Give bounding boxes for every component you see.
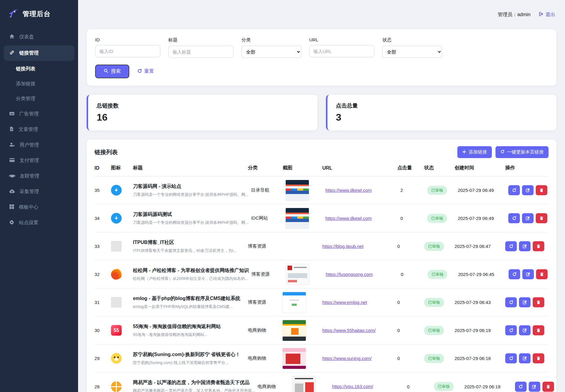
- row-url-link[interactable]: https://www.55haitao.com/: [322, 328, 376, 333]
- row-url-link[interactable]: https://you.163.com/: [332, 384, 373, 389]
- cloud-download-icon: [9, 189, 15, 195]
- row-created: 2025-07-29 06:18: [455, 356, 503, 361]
- sidebar-item-users[interactable]: 用户管理: [0, 137, 78, 153]
- sidebar-item-collect[interactable]: 采集管理: [0, 184, 78, 200]
- delete-link-button[interactable]: [542, 382, 554, 392]
- row-url-cell: https://www.dkewl.com: [325, 188, 398, 193]
- trash-icon: [536, 244, 541, 249]
- sidebar-item-site-settings[interactable]: 站点设置: [0, 215, 78, 231]
- edit-icon: [526, 272, 531, 277]
- edit-icon: [526, 216, 530, 221]
- row-screenshot-cell: [283, 320, 320, 341]
- row-url-link[interactable]: https://lusongsong.com: [326, 272, 373, 277]
- delete-link-button[interactable]: [533, 325, 544, 335]
- delete-link-button[interactable]: [533, 297, 544, 307]
- edit-link-button[interactable]: [522, 213, 534, 223]
- refresh-link-button[interactable]: [505, 353, 517, 363]
- refresh-icon: [518, 384, 523, 389]
- row-title: 松松网 - 卢松松博客 - 为草根创业者提供网络推广知识: [133, 267, 249, 274]
- sidebar-subitem-link-list[interactable]: 链接列表: [0, 62, 78, 76]
- sidebar-subitem-add-link[interactable]: 添加链接: [0, 76, 78, 91]
- row-url-link[interactable]: https://www.suning.com/: [322, 356, 372, 361]
- refresh-link-button[interactable]: [505, 325, 517, 335]
- edit-link-button[interactable]: [519, 297, 531, 307]
- table-body: 35 刀客源码网 - 演示站点 刀客源码是一个专业的网络资源分享平台,提供各种P…: [95, 176, 549, 392]
- status-badge: 已审核: [424, 298, 444, 307]
- table-row: 29 苏宁易购(Suning.com)-换新到苏宁 省钱更省心！ 苏宁易购(Su…: [95, 344, 549, 373]
- edit-link-button[interactable]: [529, 382, 540, 392]
- sidebar-item-dashboard[interactable]: 仪表盘: [0, 29, 78, 45]
- refresh-link-button[interactable]: [508, 213, 520, 223]
- delete-link-button[interactable]: [536, 269, 548, 279]
- delete-link-button[interactable]: [533, 241, 544, 251]
- gear-icon: [9, 220, 14, 226]
- table-row: 31 emlog - 基于php的blog博客程序及CMS建站系统 emlog是…: [95, 288, 549, 316]
- row-url-link[interactable]: https://www.dkewl.com: [325, 216, 372, 221]
- category-select[interactable]: 全部: [241, 46, 301, 58]
- refresh-icon: [509, 300, 513, 305]
- add-link-button[interactable]: 添加链接: [457, 146, 492, 158]
- row-status-cell: 已审核: [424, 298, 452, 307]
- row-category: 电商购物: [248, 355, 280, 361]
- row-description: emlog是一款基于PHP和MySQL的轻量级博客及CMS建...: [133, 304, 245, 309]
- sidebar-item-ads[interactable]: Ad 广告管理: [0, 106, 78, 122]
- col-screenshot: 截图: [283, 165, 320, 171]
- sidebar-subitem-category-manage[interactable]: 分类管理: [0, 91, 78, 106]
- ad-icon: Ad: [9, 111, 15, 117]
- app-title: 管理后台: [23, 9, 51, 19]
- status-badge: 已审核: [424, 242, 444, 251]
- row-icon-cell: 55: [111, 325, 131, 336]
- status-select[interactable]: 全部: [382, 46, 442, 58]
- site-favicon: [111, 213, 122, 224]
- edit-link-button[interactable]: [519, 241, 531, 251]
- sidebar-item-articles[interactable]: 文章管理: [0, 122, 78, 137]
- filter-field-category: 分类 全部: [241, 37, 301, 58]
- refresh-icon: [509, 356, 513, 361]
- credit-card-icon: [9, 158, 15, 164]
- row-url-link[interactable]: https://www.emlog.net: [322, 300, 367, 305]
- row-url-link[interactable]: https://blog.itpub.net: [322, 244, 363, 249]
- url-input[interactable]: [309, 45, 374, 57]
- search-button[interactable]: 搜索: [95, 65, 129, 78]
- row-title: 55海淘 - 海淘族值得信赖的海淘返利网站: [133, 323, 245, 330]
- logout-button[interactable]: 退出: [538, 12, 555, 18]
- title-label: 标题: [168, 37, 234, 43]
- col-created: 创建时间: [455, 165, 503, 171]
- refresh-link-button[interactable]: [505, 297, 517, 307]
- table-row: 28 网易严选 - 以严谨的态度，为中国消费者甄选天下优品 网易严选秉承网易一贯…: [95, 373, 549, 392]
- reset-button[interactable]: 重置: [137, 68, 154, 75]
- plus-icon: [462, 150, 466, 155]
- stats-row: 总链接数 16 点击总量 3: [87, 95, 556, 130]
- edit-link-button[interactable]: [519, 325, 531, 335]
- delete-link-button[interactable]: [533, 353, 544, 363]
- site-favicon: [111, 185, 122, 196]
- delete-link-button[interactable]: [536, 213, 547, 223]
- row-category: 电商购物: [258, 384, 290, 390]
- refresh-link-button[interactable]: [508, 185, 520, 195]
- sidebar-item-friend-links[interactable]: 友联管理: [0, 168, 78, 184]
- col-actions: 操作: [505, 165, 549, 171]
- id-input[interactable]: [95, 45, 160, 57]
- edit-link-button[interactable]: [522, 185, 534, 195]
- sidebar-item-payments[interactable]: 支付管理: [0, 153, 78, 168]
- edit-link-button[interactable]: [519, 353, 531, 363]
- row-clicks: 0: [397, 328, 422, 333]
- refresh-link-button[interactable]: [505, 241, 517, 251]
- refresh-link-button[interactable]: [515, 382, 527, 392]
- row-clicks: 0: [401, 272, 425, 277]
- edit-link-button[interactable]: [522, 269, 534, 279]
- row-url-link[interactable]: https://www.dkewl.com: [325, 188, 372, 193]
- row-id: 34: [95, 216, 109, 221]
- row-title-cell: emlog - 基于php的blog博客程序及CMS建站系统 emlog是一款基…: [133, 295, 245, 309]
- refresh-link-button[interactable]: [509, 269, 520, 279]
- update-page-links-button[interactable]: 一键更新本页链接: [495, 146, 549, 158]
- sidebar-item-templates[interactable]: 模板中心: [0, 200, 78, 215]
- title-input[interactable]: [168, 46, 234, 58]
- row-icon-cell: [111, 185, 131, 196]
- app-logo: 管理后台: [0, 0, 78, 29]
- topbar: 管理员：admin 退出: [87, 0, 556, 29]
- row-clicks: 0: [400, 216, 425, 221]
- delete-link-button[interactable]: [536, 185, 547, 195]
- sidebar-item-links[interactable]: 链接管理: [4, 45, 74, 61]
- url-label: URL: [309, 37, 374, 42]
